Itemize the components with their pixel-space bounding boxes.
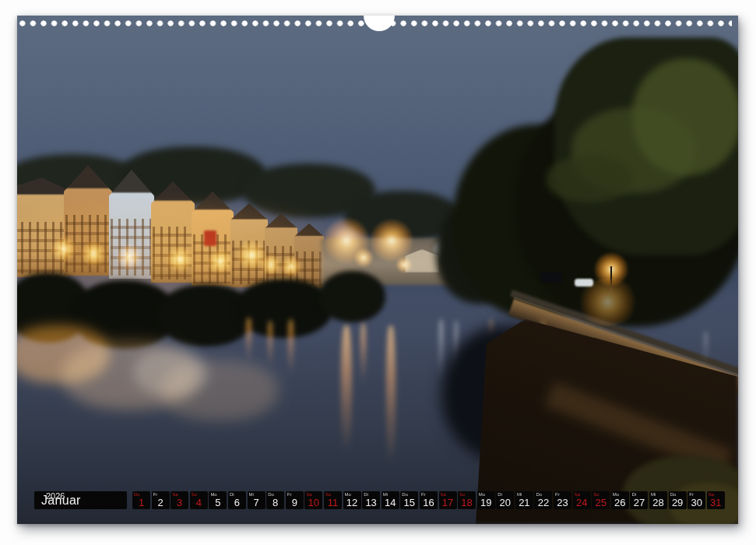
day-number: 29 bbox=[669, 498, 687, 508]
weekday-abbr: Fr bbox=[153, 492, 158, 497]
day-number: 2 bbox=[152, 498, 170, 508]
day-number: 3 bbox=[171, 498, 188, 508]
day-number: 24 bbox=[573, 498, 591, 508]
day-number: 5 bbox=[209, 498, 227, 508]
calendar-day-cell: Fr 30 bbox=[687, 491, 705, 509]
calendar-day-cell: Mo 5 bbox=[209, 491, 227, 509]
day-number: 16 bbox=[420, 498, 438, 508]
light-reflection-streak bbox=[341, 325, 352, 453]
calendar-day-cell: Sa 17 bbox=[439, 491, 457, 509]
day-number: 6 bbox=[228, 498, 246, 508]
calendar-day-cell: Fr 16 bbox=[420, 491, 438, 509]
light-reflection-streak bbox=[268, 321, 273, 367]
light-reflection-streak-white bbox=[439, 319, 443, 383]
day-number: 18 bbox=[458, 498, 476, 508]
light-reflection-streak bbox=[246, 318, 251, 361]
calendar-day-cell: So 25 bbox=[592, 491, 610, 509]
street-lamp-glow bbox=[207, 248, 234, 275]
parked-van bbox=[540, 272, 562, 283]
day-number: 14 bbox=[382, 498, 399, 508]
day-number: 22 bbox=[534, 498, 552, 508]
street-lamp-glow bbox=[280, 255, 302, 277]
bush-silhouette bbox=[319, 271, 385, 322]
day-number: 4 bbox=[190, 498, 208, 508]
calendar-day-cell: Do 29 bbox=[669, 491, 687, 509]
weekday-abbr: Di bbox=[230, 492, 234, 497]
day-number: 12 bbox=[343, 498, 361, 508]
calendar-strip: Januar 2026 Do 1 Fr 2 Sa 3 So 4 Mo 5 Di … bbox=[17, 491, 738, 509]
calendar-day-cell: Di 13 bbox=[362, 491, 380, 509]
day-cells-row: Do 1 Fr 2 Sa 3 So 4 Mo 5 Di 6 Mi 7 Do 8 … bbox=[132, 491, 725, 509]
day-number: 27 bbox=[630, 498, 648, 508]
day-number: 1 bbox=[132, 498, 150, 508]
street-lamp-glow bbox=[80, 241, 107, 267]
street-lamp-glow bbox=[396, 256, 413, 273]
day-number: 19 bbox=[477, 498, 495, 508]
day-number: 13 bbox=[362, 498, 380, 508]
calendar-product-photo: { "calendar_strip": { "month": "Januar",… bbox=[0, 0, 756, 545]
calendar-day-cell: Mi 14 bbox=[382, 491, 399, 509]
calendar-day-cell: Do 8 bbox=[266, 491, 284, 509]
calendar-day-cell: Do 1 bbox=[132, 491, 150, 509]
day-number: 17 bbox=[439, 498, 457, 508]
calendar-day-cell: So 18 bbox=[458, 491, 476, 509]
wall-lamp-light-pool bbox=[575, 279, 641, 325]
calendar-day-cell: Sa 10 bbox=[304, 491, 322, 509]
calendar-day-cell: Sa 31 bbox=[707, 491, 725, 509]
day-number: 20 bbox=[496, 498, 514, 508]
day-number: 31 bbox=[707, 498, 725, 508]
calendar-day-cell: Fr 2 bbox=[152, 491, 170, 509]
calendar-day-cell: So 4 bbox=[190, 491, 208, 509]
light-reflection-streak-white bbox=[704, 332, 708, 364]
street-lamp-glow bbox=[353, 248, 374, 268]
day-number: 21 bbox=[515, 498, 533, 508]
month-label-box: Januar 2026 bbox=[34, 491, 127, 509]
day-number: 15 bbox=[400, 498, 418, 508]
calendar-day-cell: Sa 3 bbox=[171, 491, 188, 509]
calendar-day-cell: Mo 19 bbox=[477, 491, 495, 509]
calendar-day-cell: Sa 24 bbox=[573, 491, 591, 509]
day-number: 23 bbox=[554, 498, 571, 508]
calendar-day-cell: Fr 23 bbox=[554, 491, 571, 509]
day-number: 26 bbox=[611, 498, 629, 508]
weekday-abbr: Fr bbox=[287, 492, 292, 497]
street-lamp-glow bbox=[260, 254, 282, 276]
day-number: 10 bbox=[304, 498, 322, 508]
street-lamp-glow bbox=[116, 244, 142, 270]
day-number: 8 bbox=[266, 498, 284, 508]
day-number: 11 bbox=[324, 498, 342, 508]
calendar-day-cell: Mo 26 bbox=[611, 491, 629, 509]
light-reflection-streak bbox=[288, 319, 294, 375]
calendar-day-cell: Mi 28 bbox=[649, 491, 667, 509]
calendar-day-cell: Di 27 bbox=[630, 491, 648, 509]
calendar-day-cell: Do 22 bbox=[534, 491, 552, 509]
calendar-day-cell: Di 6 bbox=[228, 491, 246, 509]
pine-branch-highlight bbox=[547, 156, 632, 202]
calendar-day-cell: Mi 21 bbox=[515, 491, 533, 509]
light-reflection-streak bbox=[386, 325, 396, 466]
calendar-day-cell: Mo 12 bbox=[343, 491, 361, 509]
calendar-day-cell: Do 15 bbox=[400, 491, 418, 509]
calendar-day-cell: Fr 9 bbox=[286, 491, 304, 509]
calendar-photo-sheet: Januar 2026 Do 1 Fr 2 Sa 3 So 4 Mo 5 Di … bbox=[17, 16, 738, 524]
calendar-day-cell: Mi 7 bbox=[248, 491, 265, 509]
calendar-day-cell: Di 20 bbox=[496, 491, 514, 509]
street-lamp-glow bbox=[51, 236, 77, 262]
day-number: 25 bbox=[592, 498, 610, 508]
building-reflection bbox=[161, 360, 278, 420]
day-number: 9 bbox=[286, 498, 304, 508]
day-number: 7 bbox=[248, 498, 265, 508]
day-number: 28 bbox=[649, 498, 667, 508]
street-lamp-glow bbox=[166, 245, 194, 273]
hanger-notch-icon bbox=[364, 16, 395, 31]
pine-branch-highlight bbox=[632, 58, 738, 175]
day-number: 30 bbox=[687, 498, 705, 508]
year-label: 2026 bbox=[46, 491, 65, 501]
light-reflection-streak bbox=[360, 323, 366, 384]
calendar-day-cell: So 11 bbox=[324, 491, 342, 509]
